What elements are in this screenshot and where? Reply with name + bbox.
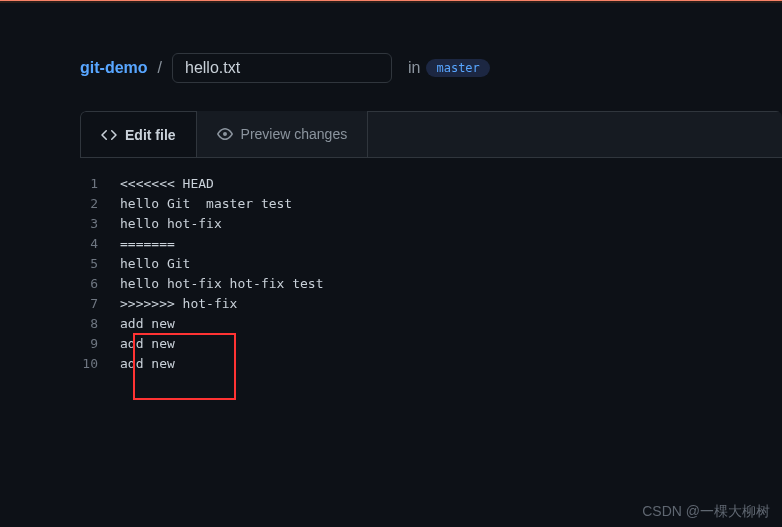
- eye-icon: [217, 126, 233, 142]
- line: 8add new: [80, 314, 782, 334]
- line-number: 5: [80, 254, 120, 274]
- line-number: 8: [80, 314, 120, 334]
- line-number: 9: [80, 334, 120, 354]
- tab-rest: [368, 111, 782, 157]
- line: 9add new: [80, 334, 782, 354]
- line-number: 4: [80, 234, 120, 254]
- breadcrumb: git-demo / in master: [0, 3, 782, 111]
- line-text: hello Git: [120, 254, 190, 274]
- line-text: add new: [120, 354, 175, 374]
- line-number: 1: [80, 174, 120, 194]
- line-number: 7: [80, 294, 120, 314]
- line: 10add new: [80, 354, 782, 374]
- line: 7>>>>>>> hot-fix: [80, 294, 782, 314]
- line: 6hello hot-fix hot-fix test: [80, 274, 782, 294]
- branch-badge[interactable]: master: [426, 59, 489, 77]
- code-icon: [101, 127, 117, 143]
- editor[interactable]: 1<<<<<<< HEAD 2hello Git master test 3he…: [0, 158, 782, 374]
- line-number: 10: [80, 354, 120, 374]
- tab-edit[interactable]: Edit file: [80, 111, 197, 157]
- line: 5hello Git: [80, 254, 782, 274]
- line: 2hello Git master test: [80, 194, 782, 214]
- tab-preview-label: Preview changes: [241, 126, 348, 142]
- in-label: in: [408, 59, 420, 77]
- repo-link[interactable]: git-demo: [80, 59, 148, 77]
- line-text: hello hot-fix hot-fix test: [120, 274, 324, 294]
- line-text: >>>>>>> hot-fix: [120, 294, 237, 314]
- filename-input[interactable]: [172, 53, 392, 83]
- tab-preview[interactable]: Preview changes: [197, 111, 369, 157]
- line-number: 2: [80, 194, 120, 214]
- line-number: 6: [80, 274, 120, 294]
- line: 4=======: [80, 234, 782, 254]
- watermark: CSDN @一棵大柳树: [642, 503, 770, 521]
- line: 1<<<<<<< HEAD: [80, 174, 782, 194]
- line-text: hello Git master test: [120, 194, 292, 214]
- tabs: Edit file Preview changes: [80, 111, 782, 158]
- line-text: add new: [120, 334, 175, 354]
- line-text: add new: [120, 314, 175, 334]
- line-text: <<<<<<< HEAD: [120, 174, 214, 194]
- tab-edit-label: Edit file: [125, 127, 176, 143]
- line-text: =======: [120, 234, 175, 254]
- breadcrumb-separator: /: [158, 59, 162, 77]
- line-text: hello hot-fix: [120, 214, 222, 234]
- line-number: 3: [80, 214, 120, 234]
- line: 3hello hot-fix: [80, 214, 782, 234]
